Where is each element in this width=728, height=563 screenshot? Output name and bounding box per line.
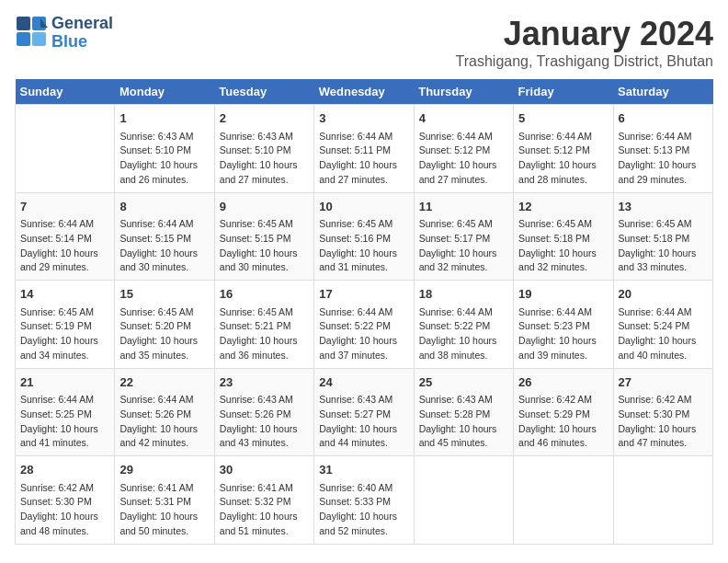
- day-number: 7: [20, 198, 109, 216]
- day-info: Sunrise: 6:45 AM Sunset: 5:20 PM Dayligh…: [119, 305, 209, 363]
- calendar-cell: 26Sunrise: 6:42 AM Sunset: 5:29 PM Dayli…: [514, 368, 613, 456]
- calendar-table: Sunday Monday Tuesday Wednesday Thursday…: [15, 79, 713, 545]
- day-info: Sunrise: 6:43 AM Sunset: 5:27 PM Dayligh…: [319, 393, 408, 451]
- day-number: 4: [419, 109, 508, 128]
- day-info: Sunrise: 6:42 AM Sunset: 5:29 PM Dayligh…: [518, 393, 608, 451]
- day-number: 14: [20, 285, 109, 304]
- day-number: 12: [518, 198, 608, 216]
- day-info: Sunrise: 6:45 AM Sunset: 5:18 PM Dayligh…: [518, 217, 608, 275]
- day-number: 3: [319, 109, 408, 128]
- day-number: 17: [319, 285, 408, 304]
- col-saturday: Saturday: [613, 79, 712, 105]
- calendar-cell: 29Sunrise: 6:41 AM Sunset: 5:31 PM Dayli…: [115, 456, 214, 545]
- calendar-cell: 15Sunrise: 6:45 AM Sunset: 5:20 PM Dayli…: [115, 281, 214, 369]
- day-info: Sunrise: 6:44 AM Sunset: 5:23 PM Dayligh…: [518, 305, 608, 363]
- calendar-cell: 11Sunrise: 6:45 AM Sunset: 5:17 PM Dayli…: [414, 192, 513, 281]
- day-info: Sunrise: 6:42 AM Sunset: 5:30 PM Dayligh…: [20, 481, 109, 539]
- page-container: General Blue January 2024 Trashigang, Tr…: [15, 15, 713, 545]
- logo-line2: Blue: [51, 33, 113, 52]
- calendar-cell: 22Sunrise: 6:44 AM Sunset: 5:26 PM Dayli…: [115, 368, 214, 456]
- calendar-week-5: 28Sunrise: 6:42 AM Sunset: 5:30 PM Dayli…: [16, 456, 713, 545]
- calendar-cell: 8Sunrise: 6:44 AM Sunset: 5:15 PM Daylig…: [115, 192, 214, 281]
- day-number: 26: [518, 373, 608, 392]
- calendar-cell: 20Sunrise: 6:44 AM Sunset: 5:24 PM Dayli…: [613, 281, 712, 369]
- day-info: Sunrise: 6:44 AM Sunset: 5:25 PM Dayligh…: [20, 393, 109, 451]
- day-info: Sunrise: 6:43 AM Sunset: 5:26 PM Dayligh…: [220, 393, 309, 451]
- col-thursday: Thursday: [414, 79, 513, 105]
- day-number: 11: [419, 198, 508, 216]
- svg-rect-0: [17, 17, 30, 30]
- day-number: 22: [119, 373, 209, 392]
- day-info: Sunrise: 6:44 AM Sunset: 5:24 PM Dayligh…: [619, 305, 708, 363]
- day-number: 10: [319, 198, 408, 216]
- day-info: Sunrise: 6:43 AM Sunset: 5:10 PM Dayligh…: [119, 130, 209, 188]
- day-number: 9: [220, 198, 309, 216]
- day-info: Sunrise: 6:44 AM Sunset: 5:13 PM Dayligh…: [619, 130, 708, 188]
- calendar-cell: 7Sunrise: 6:44 AM Sunset: 5:14 PM Daylig…: [16, 192, 115, 281]
- calendar-cell: 19Sunrise: 6:44 AM Sunset: 5:23 PM Dayli…: [514, 281, 613, 369]
- day-number: 1: [119, 109, 209, 128]
- col-wednesday: Wednesday: [314, 79, 414, 105]
- logo-line1: General: [51, 15, 113, 33]
- day-info: Sunrise: 6:45 AM Sunset: 5:21 PM Dayligh…: [220, 305, 309, 363]
- day-info: Sunrise: 6:45 AM Sunset: 5:16 PM Dayligh…: [319, 217, 408, 275]
- calendar-cell: 13Sunrise: 6:45 AM Sunset: 5:18 PM Dayli…: [613, 192, 712, 281]
- day-info: Sunrise: 6:43 AM Sunset: 5:10 PM Dayligh…: [220, 130, 309, 188]
- day-number: 8: [119, 198, 209, 216]
- day-number: 6: [619, 109, 708, 128]
- day-info: Sunrise: 6:44 AM Sunset: 5:26 PM Dayligh…: [119, 393, 209, 451]
- calendar-cell: 23Sunrise: 6:43 AM Sunset: 5:26 PM Dayli…: [214, 368, 313, 456]
- header-row: Sunday Monday Tuesday Wednesday Thursday…: [16, 79, 713, 105]
- day-info: Sunrise: 6:45 AM Sunset: 5:15 PM Dayligh…: [220, 217, 309, 275]
- calendar-cell: [414, 456, 513, 545]
- day-number: 2: [220, 109, 309, 128]
- calendar-cell: 27Sunrise: 6:42 AM Sunset: 5:30 PM Dayli…: [613, 368, 712, 456]
- day-number: 19: [518, 285, 608, 304]
- calendar-cell: 12Sunrise: 6:45 AM Sunset: 5:18 PM Dayli…: [514, 192, 613, 281]
- calendar-cell: [613, 456, 712, 545]
- day-info: Sunrise: 6:44 AM Sunset: 5:22 PM Dayligh…: [319, 305, 408, 363]
- col-monday: Monday: [115, 79, 214, 105]
- calendar-cell: [514, 456, 613, 545]
- day-info: Sunrise: 6:42 AM Sunset: 5:30 PM Dayligh…: [619, 393, 708, 451]
- calendar-cell: 28Sunrise: 6:42 AM Sunset: 5:30 PM Dayli…: [16, 456, 115, 545]
- day-number: 23: [220, 373, 309, 392]
- calendar-cell: 21Sunrise: 6:44 AM Sunset: 5:25 PM Dayli…: [16, 368, 115, 456]
- calendar-cell: 5Sunrise: 6:44 AM Sunset: 5:12 PM Daylig…: [514, 105, 613, 193]
- svg-rect-2: [17, 32, 30, 46]
- calendar-cell: 14Sunrise: 6:45 AM Sunset: 5:19 PM Dayli…: [16, 281, 115, 369]
- title-block: January 2024 Trashigang, Trashigang Dist…: [456, 15, 713, 70]
- calendar-cell: 2Sunrise: 6:43 AM Sunset: 5:10 PM Daylig…: [214, 105, 313, 193]
- day-info: Sunrise: 6:45 AM Sunset: 5:17 PM Dayligh…: [419, 217, 508, 275]
- calendar-cell: 9Sunrise: 6:45 AM Sunset: 5:15 PM Daylig…: [214, 192, 313, 281]
- logo: General Blue: [15, 15, 113, 52]
- day-info: Sunrise: 6:45 AM Sunset: 5:18 PM Dayligh…: [619, 217, 708, 275]
- day-number: 20: [619, 285, 708, 304]
- day-number: 29: [119, 461, 209, 479]
- svg-rect-3: [32, 32, 46, 46]
- day-info: Sunrise: 6:44 AM Sunset: 5:22 PM Dayligh…: [419, 305, 508, 363]
- col-tuesday: Tuesday: [214, 79, 313, 105]
- header: General Blue January 2024 Trashigang, Tr…: [15, 15, 713, 70]
- day-number: 31: [319, 461, 408, 479]
- calendar-cell: 1Sunrise: 6:43 AM Sunset: 5:10 PM Daylig…: [115, 105, 214, 193]
- calendar-cell: 17Sunrise: 6:44 AM Sunset: 5:22 PM Dayli…: [314, 281, 414, 369]
- day-info: Sunrise: 6:44 AM Sunset: 5:15 PM Dayligh…: [119, 217, 209, 275]
- day-number: 25: [419, 373, 508, 392]
- day-info: Sunrise: 6:44 AM Sunset: 5:14 PM Dayligh…: [20, 217, 109, 275]
- calendar-cell: 4Sunrise: 6:44 AM Sunset: 5:12 PM Daylig…: [414, 105, 513, 193]
- day-number: 18: [419, 285, 508, 304]
- month-title: January 2024: [456, 15, 713, 53]
- day-number: 5: [518, 109, 608, 128]
- calendar-cell: 24Sunrise: 6:43 AM Sunset: 5:27 PM Dayli…: [314, 368, 414, 456]
- day-number: 24: [319, 373, 408, 392]
- day-info: Sunrise: 6:41 AM Sunset: 5:31 PM Dayligh…: [119, 481, 209, 539]
- calendar-cell: [16, 105, 115, 193]
- calendar-week-2: 7Sunrise: 6:44 AM Sunset: 5:14 PM Daylig…: [16, 192, 713, 281]
- col-sunday: Sunday: [16, 79, 115, 105]
- day-info: Sunrise: 6:43 AM Sunset: 5:28 PM Dayligh…: [419, 393, 508, 451]
- subtitle: Trashigang, Trashigang District, Bhutan: [456, 53, 713, 70]
- day-number: 16: [220, 285, 309, 304]
- calendar-cell: 3Sunrise: 6:44 AM Sunset: 5:11 PM Daylig…: [314, 105, 414, 193]
- calendar-cell: 31Sunrise: 6:40 AM Sunset: 5:33 PM Dayli…: [314, 456, 414, 545]
